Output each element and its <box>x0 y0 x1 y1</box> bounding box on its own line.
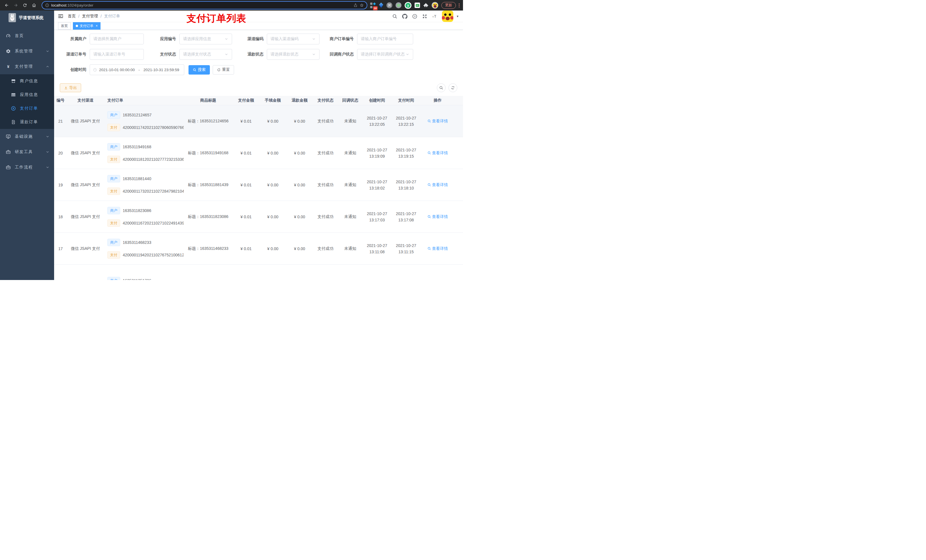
document-icon <box>11 119 16 125</box>
filter-callback-status-select[interactable]: 请选择订单回调商户状态 <box>357 49 413 60</box>
site-info-icon[interactable] <box>45 3 49 8</box>
shop-icon <box>11 78 16 84</box>
create-time-range-input[interactable]: 2021-10-01 00:00:00 - 2021-10-31 23:59:5… <box>90 64 184 75</box>
filter-merchant-input[interactable]: 请选择所属商户 <box>90 33 144 44</box>
url-bar[interactable]: localhost:1024/pay/order <box>42 1 367 9</box>
cell-fee_amount: ¥ 0.00 <box>259 201 286 232</box>
column-header-fee_amount: 手续金额 <box>259 98 286 103</box>
search-button[interactable]: 搜索 <box>189 65 210 74</box>
extension-chat-icon[interactable] <box>415 3 420 8</box>
search-icon[interactable] <box>392 14 398 19</box>
cell-pay_status: 支付成功 <box>313 233 338 264</box>
reload-icon[interactable] <box>21 1 29 10</box>
breadcrumb-item[interactable]: 支付管理 <box>82 14 98 19</box>
placeholder-text: 请选择订单回调商户状态 <box>361 52 406 57</box>
filter-refund-status-select[interactable]: 请选择退款状态 <box>267 49 319 60</box>
fullscreen-icon[interactable] <box>422 14 427 19</box>
chevron-down-icon <box>45 49 50 53</box>
page-title-annotation: 支付订单列表 <box>186 12 246 25</box>
cell-fee_amount: ¥ 0.00 <box>259 233 286 264</box>
view-detail-link[interactable]: 查看详情 <box>427 151 448 155</box>
filter-channel-code-select[interactable]: 请输入渠道编码 <box>267 33 319 44</box>
svg-text:T: T <box>434 14 437 18</box>
chevron-down-icon <box>45 165 50 169</box>
user-avatar[interactable] <box>442 11 453 22</box>
cell-pay_amount <box>233 265 259 280</box>
cell-notify_status: 未通知 <box>338 105 363 137</box>
cell-notify_status: 未通知 <box>338 169 363 201</box>
sidebar-item-pay-order[interactable]: ¥支付订单 <box>0 101 54 115</box>
hamburger-icon[interactable] <box>57 13 64 20</box>
extension-command-icon[interactable]: ⌘ <box>386 2 392 8</box>
show-search-button[interactable] <box>437 83 446 92</box>
tab-pay-order[interactable]: 支付订单× <box>73 22 100 30</box>
view-detail-link[interactable]: 查看详情 <box>427 119 448 124</box>
cell-created <box>363 265 392 280</box>
extension-kite-icon[interactable] <box>379 3 383 8</box>
sidebar-item-app-info[interactable]: 应用信息 <box>0 88 54 101</box>
share-icon[interactable] <box>353 3 358 8</box>
grid-icon <box>11 92 16 97</box>
help-icon[interactable]: ? <box>412 14 418 19</box>
refresh-button[interactable] <box>448 83 457 92</box>
filter-pay-status-select[interactable]: 请选择支付状态 <box>179 49 232 60</box>
merchant-no-tag: 商户 <box>107 277 120 280</box>
close-icon[interactable]: × <box>96 24 98 28</box>
extension-recorder-icon[interactable] <box>395 2 401 8</box>
export-button[interactable]: 导出 <box>60 83 81 92</box>
app-logo[interactable]: 芋道管理系统 <box>0 11 54 25</box>
sidebar-item-infrastructure[interactable]: 基础设施 <box>0 129 54 144</box>
github-icon[interactable] <box>402 14 407 19</box>
sidebar-item-payment[interactable]: ¥支付管理 <box>0 59 54 74</box>
yen-icon: ¥ <box>6 64 11 69</box>
filter-rows: 所属商户请选择所属商户应用编号请选择应用信息渠道编码请输入渠道编码商户订单编号请… <box>60 33 457 60</box>
filter-channel-order-no-input[interactable]: 请输入渠道订单号 <box>90 49 144 60</box>
cell-channel: 微信 JSAPI 支付 <box>67 105 104 137</box>
cell-paid: 2021-10-2713:19:15 <box>392 137 421 169</box>
view-detail-link[interactable]: 查看详情 <box>427 214 448 219</box>
update-button[interactable]: 更新 <box>441 2 456 9</box>
sidebar-item-home[interactable]: 首页 <box>0 28 54 44</box>
reset-button[interactable]: 重置 <box>213 65 234 74</box>
breadcrumb-item[interactable]: 首页 <box>68 14 76 19</box>
cell-paid: 2021-10-2713:22:15 <box>392 105 421 137</box>
font-size-icon[interactable]: TT <box>432 14 437 19</box>
cell-paid: 2021-10-2713:18:10 <box>392 169 421 201</box>
filter-label: 退款状态 <box>232 52 267 57</box>
filter-merchant-order-no-input[interactable]: 请输入商户订单编号 <box>357 33 413 44</box>
sidebar-item-dev-tools[interactable]: 研发工具 <box>0 144 54 160</box>
view-detail-link[interactable]: 查看详情 <box>427 183 448 187</box>
merchant-no-tag: 商户 <box>107 143 120 151</box>
sidebar-item-refund-order[interactable]: 退款订单 <box>0 115 54 129</box>
tab-home[interactable]: 首页 <box>58 22 71 30</box>
sidebar-item-system[interactable]: 系统管理 <box>0 44 54 59</box>
cell-id: 20 <box>54 137 67 169</box>
cell-channel: 微信 JSAPI 支付 <box>67 201 104 232</box>
pay-no-tag: 支付 <box>107 124 120 131</box>
browser-menu-kebab-icon[interactable] <box>458 3 460 8</box>
sidebar-item-merchant-info[interactable]: 商户信息 <box>0 74 54 88</box>
home-icon[interactable] <box>30 1 38 10</box>
placeholder-text: 请输入商户订单编号 <box>361 36 410 42</box>
cell-channel: 微信 JSAPI 支付 <box>67 137 104 169</box>
extensions-puzzle-icon[interactable] <box>423 3 428 8</box>
svg-text:?: ? <box>414 15 416 18</box>
cell-channel: 微信 JSAPI 支付 <box>67 233 104 264</box>
extension-devtools-icon[interactable]: 10 <box>370 3 376 8</box>
cell-notify_status <box>338 265 363 280</box>
browser-profile-icon[interactable] <box>432 2 438 9</box>
column-header-paid: 支付时间 <box>392 98 421 103</box>
bookmark-star-icon[interactable] <box>360 3 364 8</box>
extension-yudao-icon[interactable]: y <box>405 2 412 9</box>
sidebar-item-workflow[interactable]: 工作流程 <box>0 160 54 175</box>
table-toolbar: 导出 <box>54 80 463 92</box>
chevron-down-icon <box>312 37 316 41</box>
view-detail-link[interactable]: 查看详情 <box>427 246 448 251</box>
forward-icon[interactable] <box>11 1 20 10</box>
cell-action: 查看详情 <box>421 233 455 264</box>
extensions-tray: 10 ⌘ y 更新 <box>370 2 461 9</box>
cell-pay_status: 支付成功 <box>313 105 338 137</box>
filter-app-id-select[interactable]: 请选择应用信息 <box>179 33 232 44</box>
back-icon[interactable] <box>2 1 11 10</box>
caret-down-icon[interactable]: ▼ <box>456 15 459 18</box>
